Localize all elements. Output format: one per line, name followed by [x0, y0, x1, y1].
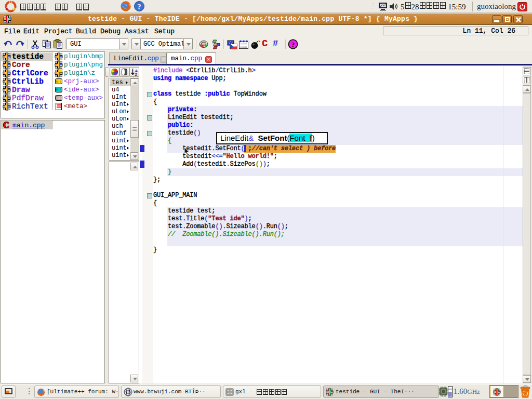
- svg-text:?: ?: [137, 3, 141, 11]
- svg-text:?: ?: [291, 41, 295, 48]
- svg-text:Z: Z: [135, 72, 138, 77]
